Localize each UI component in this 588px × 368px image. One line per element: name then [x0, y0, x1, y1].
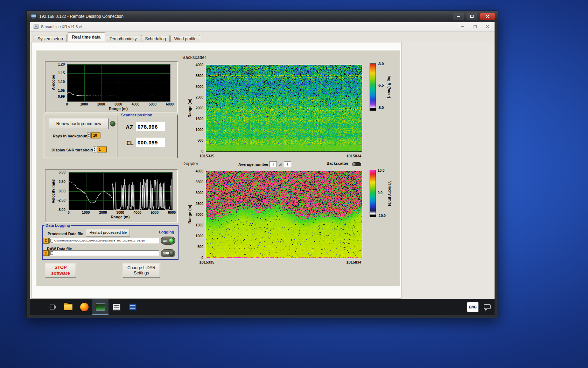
doppler-time-start: 1015335 — [196, 260, 217, 264]
scanner-position-box — [118, 115, 178, 158]
doppler-section-title: Doppler — [182, 161, 198, 166]
editor-icon — [129, 304, 136, 311]
tick-label: 2500 — [196, 202, 203, 205]
ascope-plot — [67, 64, 170, 102]
tick-label: 1.20 — [58, 62, 65, 66]
tick-label: 3000 — [196, 191, 203, 195]
rdp-close-button[interactable] — [480, 13, 495, 20]
rays-spinner[interactable] — [87, 132, 91, 138]
app-thumbnail-icon — [96, 304, 105, 311]
rdp-minimize-button[interactable] — [453, 13, 464, 20]
backscatter-toggle-label: Backscatter — [327, 161, 348, 165]
app-maximize-button[interactable] — [471, 24, 478, 29]
tab-temp-humidity[interactable]: Temp/humidity — [106, 35, 140, 43]
backscatter-heatmap — [206, 65, 362, 152]
toggle-led-icon — [169, 251, 174, 256]
processed-path-field[interactable]: C:\Lidar\Data\Proc\2023\202309\20230915\… — [49, 238, 159, 244]
change-lidar-settings-button[interactable]: Change LiDARSettings — [122, 263, 160, 278]
app-minimize-button[interactable] — [459, 24, 466, 29]
tick-label: 0.99 — [58, 95, 65, 98]
average-number-field[interactable]: 1 — [270, 161, 277, 167]
file-explorer-button[interactable] — [60, 299, 76, 315]
tab-wind-profile[interactable]: Wind profile — [170, 35, 200, 43]
firefox-icon — [80, 303, 89, 311]
scan-scheduler-icon — [113, 304, 120, 311]
ascope-x-ticks: 0100020003000400050006000 — [67, 102, 170, 107]
rays-value-field[interactable]: 10 — [91, 132, 100, 138]
doppler-y-axis-label: Range (m) — [187, 171, 192, 258]
tick-label: 3500 — [196, 74, 203, 77]
tick-label: -5.00 — [57, 208, 65, 212]
tick-label: 1000 — [80, 102, 88, 106]
tick-label: 0 — [201, 149, 203, 153]
backscatter-display-toggle[interactable] — [352, 162, 361, 166]
tick-label: 5.00 — [59, 170, 65, 174]
firefox-button[interactable] — [76, 299, 92, 315]
el-label: EL — [126, 140, 133, 146]
task-view-icon — [48, 304, 56, 310]
rdp-maximize-button[interactable] — [467, 13, 477, 20]
average-count-field: 1 — [284, 161, 291, 167]
tick-label: 3000 — [196, 84, 203, 88]
velocity-plot — [69, 172, 173, 210]
maximize-icon — [470, 15, 474, 18]
app-window-title: StreamLine XR v14-6.vi — [41, 25, 82, 29]
az-label: AZ — [126, 124, 133, 131]
backscatter-y-ticks: 40003500300025002000150010005000 — [192, 65, 204, 151]
editor-app-button[interactable] — [125, 299, 141, 315]
renew-background-button[interactable]: Renew background now — [49, 118, 109, 129]
rdp-titlebar[interactable]: 192.168.0.122 - Remote Desktop Connectio… — [27, 11, 498, 22]
restart-processed-file-button[interactable]: Restart processed file — [86, 229, 130, 237]
raw-logging-toggle[interactable]: OFF — [161, 249, 175, 257]
tab-scheduling[interactable]: Scheduling — [141, 35, 169, 43]
tab-page-real-time-data: A-scope 1.201.151.101.050.99 01000200030… — [31, 42, 401, 299]
remote-desktop-icon — [31, 14, 36, 19]
raw-path-field[interactable] — [49, 250, 159, 256]
tick-label: 0 — [201, 256, 203, 260]
tab-real-time-data[interactable]: Real time data — [68, 32, 105, 41]
tick-label: 4000 — [134, 211, 141, 214]
snr-threshold-label: Display SNR threshold — [51, 148, 93, 152]
raw-drive-selector[interactable]: C — [43, 250, 49, 256]
scan-scheduler-button[interactable] — [108, 299, 125, 315]
tick-label: 0 — [68, 211, 70, 214]
tick-label: 2500 — [196, 95, 203, 99]
tick-label: 5000 — [151, 211, 159, 214]
tick-label: 4000 — [196, 169, 203, 173]
chat-icon[interactable] — [483, 304, 491, 311]
streamline-app-button[interactable] — [92, 299, 108, 315]
renew-led-indicator — [110, 121, 115, 127]
rays-in-background-label: Rays in background — [53, 134, 90, 138]
backscatter-time-end: 1015834 — [343, 154, 364, 158]
app-titlebar[interactable]: StreamLine XR v14-6.vi — [30, 22, 495, 32]
app-close-button[interactable] — [484, 24, 491, 29]
tick-label: 0.00 — [59, 189, 65, 193]
stop-software-button[interactable]: STOPsoftware — [45, 263, 76, 278]
close-icon — [486, 25, 489, 28]
tick-label: 4000 — [196, 63, 203, 67]
snr-spinner[interactable] — [93, 146, 96, 152]
az-value: 078.996 — [135, 122, 165, 131]
processed-drive-selector[interactable]: C — [43, 238, 49, 244]
minimize-icon — [461, 26, 464, 27]
tick-label: -2.50 — [57, 198, 65, 202]
tick-label: 2.50 — [59, 179, 65, 183]
doppler-colorbar-label: Velocity (m/s) — [387, 170, 392, 217]
app-icon — [34, 25, 38, 29]
tick-label: 6000 — [166, 102, 174, 106]
tick-label: 1000 — [82, 211, 90, 214]
velocity-x-axis-label: Range (m) — [69, 215, 172, 219]
velocity-x-ticks: 0100020003000400050006000 — [69, 211, 172, 215]
tab-system-setup[interactable]: System setup — [34, 35, 67, 43]
minimize-icon — [457, 16, 460, 17]
task-view-button[interactable] — [44, 299, 60, 315]
file-icon — [50, 251, 53, 255]
snr-value-field[interactable]: 1 — [97, 146, 107, 152]
processed-logging-toggle[interactable]: ON — [161, 237, 175, 245]
doppler-heatmap — [206, 171, 362, 258]
tick-label: 2000 — [99, 211, 107, 214]
tick-label: -3.0 — [378, 62, 384, 66]
tick-label: 0 — [66, 102, 68, 106]
tick-label: -10.0 — [378, 213, 386, 217]
language-indicator[interactable]: ENG — [467, 302, 478, 312]
